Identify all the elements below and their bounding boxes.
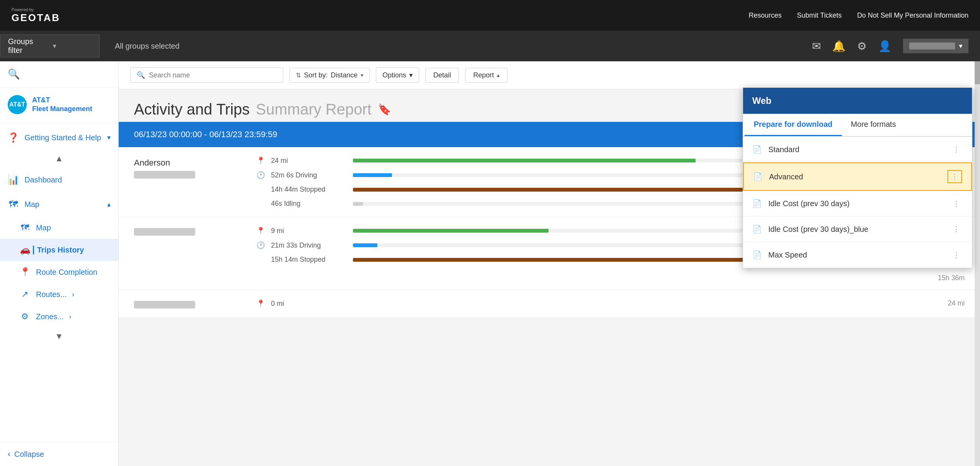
sidebar-route-completion-label: Route Completion	[36, 268, 97, 277]
groups-filter-arrow-icon: ▾	[53, 42, 91, 50]
dropdown-item-idle-cost-blue[interactable]: 📄 Idle Cost (prev 30 days)_blue ⋮	[743, 217, 972, 242]
sort-button[interactable]: ⇅ Sort by: Distance ▾	[289, 68, 370, 83]
report-label: Report	[473, 71, 494, 79]
sidebar-collapse[interactable]: ‹ Collapse	[0, 442, 118, 466]
detail-button[interactable]: Detail	[425, 68, 459, 83]
row-blurred-name	[134, 228, 195, 236]
document-icon-standard: 📄	[752, 145, 763, 154]
tab-more-formats[interactable]: More formats	[842, 114, 905, 136]
max-speed-more-icon[interactable]: ⋮	[950, 249, 963, 261]
resources-link[interactable]: Resources	[749, 11, 782, 20]
geotab-logo-wrapper: Powered by GEOTAB	[11, 7, 60, 24]
driving-bar	[353, 173, 392, 177]
sidebar-item-map[interactable]: 🗺 Map ▴	[0, 192, 118, 217]
report-title: Activity and Trips Summary Report 🔖	[134, 101, 391, 118]
row-value-3: 24 mi	[948, 299, 965, 307]
stopped-label-2: 15h 14m Stopped	[271, 256, 348, 264]
report-dropdown: Web Prepare for download More formats 📄 …	[743, 87, 972, 268]
user-dropdown[interactable]: ▾	[903, 39, 969, 53]
sidebar-item-trips-history[interactable]: 🚗 Trips History	[0, 239, 118, 261]
distance-label-2: 9 mi	[271, 227, 348, 235]
zones-arrow-icon: ›	[69, 313, 71, 321]
sidebar-scroll-down[interactable]: ▼	[0, 328, 118, 345]
document-icon-idle: 📄	[752, 199, 763, 208]
search-input[interactable]	[149, 71, 277, 79]
advanced-more-icon[interactable]: ⋮	[947, 170, 962, 183]
dropdown-item-idle-cost[interactable]: 📄 Idle Cost (prev 30 days) ⋮	[743, 191, 972, 217]
collapse-label: Collapse	[14, 450, 44, 459]
report-button[interactable]: Report ▴	[465, 68, 508, 83]
scrollbar-track[interactable]	[975, 61, 980, 466]
sidebar-search-icon[interactable]: 🔍	[8, 68, 20, 80]
sidebar-routes-label: Routes...	[36, 290, 67, 299]
idle-blue-more-icon[interactable]: ⋮	[950, 223, 963, 235]
dropdown-item-advanced[interactable]: 📄 Advanced ⋮	[743, 162, 972, 191]
bookmark-icon[interactable]: 🔖	[378, 103, 391, 116]
do-not-sell-link[interactable]: Do Not Sell My Personal Information	[857, 11, 969, 20]
gear-icon[interactable]: ⚙	[857, 40, 867, 53]
sidebar-item-zones[interactable]: ⚙ Zones... ›	[0, 305, 118, 328]
driving-label: 52m 6s Driving	[271, 171, 348, 179]
options-label: Options	[382, 71, 406, 79]
mail-icon[interactable]: ✉	[812, 40, 821, 53]
dropdown-header: Web	[743, 88, 972, 114]
tab-prepare-download[interactable]: Prepare for download	[745, 114, 842, 136]
map-sub-icon: 🗺	[19, 223, 31, 233]
getting-started-arrow-icon: ▾	[107, 133, 111, 142]
sidebar-map-sub-label: Map	[36, 223, 51, 232]
row-name-blurred-area-3	[134, 298, 249, 310]
sort-by-label: Sort by:	[304, 71, 328, 79]
sidebar-scroll-up[interactable]: ▲	[0, 150, 118, 167]
pin-icon-3: 📍	[256, 299, 266, 308]
driving-label-2: 21m 33s Driving	[271, 241, 348, 249]
bell-icon[interactable]: 🔔	[832, 40, 846, 53]
idle-cost-blue-label: Idle Cost (prev 30 days)_blue	[768, 225, 944, 234]
content-area: 🔍 ⇅ Sort by: Distance ▾ Options ▾ Detail…	[119, 61, 980, 466]
sidebar-dashboard-label: Dashboard	[24, 176, 111, 184]
advanced-label: Advanced	[769, 172, 942, 181]
stopped-bar-2	[353, 258, 793, 262]
sidebar-item-routes[interactable]: ↗ Routes... ›	[0, 283, 118, 305]
idle-more-icon[interactable]: ⋮	[950, 198, 963, 209]
sidebar-trips-history-label: Trips History	[33, 246, 84, 254]
user-icon[interactable]: 👤	[878, 40, 892, 53]
dashboard-icon: 📊	[8, 174, 19, 185]
user-name-blurred	[909, 43, 955, 49]
clock-icon-2: 🕐	[256, 241, 266, 249]
sidebar-item-getting-started[interactable]: ❓ Getting Started & Help ▾	[0, 125, 118, 150]
sidebar-map-label: Map	[24, 200, 102, 209]
options-button[interactable]: Options ▾	[376, 67, 419, 83]
idling-label: 46s Idling	[271, 200, 348, 208]
dropdown-item-max-speed[interactable]: 📄 Max Speed ⋮	[743, 242, 972, 268]
sidebar-item-dashboard[interactable]: 📊 Dashboard	[0, 167, 118, 192]
sidebar-item-route-completion[interactable]: 📍 Route Completion	[0, 261, 118, 283]
driving-bar-2	[353, 243, 377, 247]
scrollbar-thumb[interactable]	[975, 61, 980, 84]
idle-cost-label: Idle Cost (prev 30 days)	[768, 199, 944, 208]
row-value-2c: 15h 36m	[938, 274, 965, 282]
row-blurred-name-3	[134, 301, 195, 308]
report-title-sub: Summary Report	[256, 101, 371, 118]
report-arrow-icon: ▴	[497, 72, 500, 78]
standard-more-icon[interactable]: ⋮	[950, 144, 963, 155]
table-row: 📍 0 mi 24 mi	[119, 290, 980, 318]
row-name-blurred-area	[134, 225, 249, 282]
logo-area: Powered by GEOTAB	[11, 7, 60, 24]
submit-tickets-link[interactable]: Submit Tickets	[797, 11, 842, 20]
sidebar-item-map-sub[interactable]: 🗺 Map	[0, 217, 118, 239]
groups-filter-dropdown[interactable]: Groups filter ▾	[0, 34, 100, 57]
map-arrow-icon: ▴	[107, 200, 111, 208]
routes-arrow-icon: ›	[72, 290, 74, 299]
top-nav-links: Resources Submit Tickets Do Not Sell My …	[749, 11, 969, 20]
report-title-main: Activity and Trips	[134, 101, 250, 118]
all-groups-text: All groups selected	[115, 42, 180, 51]
pin-icon-2: 📍	[256, 226, 266, 235]
top-right-icons: ✉ 🔔 ⚙ 👤 ▾	[812, 39, 980, 53]
row-name-blurred	[134, 171, 195, 179]
stopped-label: 14h 44m Stopped	[271, 185, 348, 194]
dropdown-tabs: Prepare for download More formats	[743, 114, 972, 137]
dropdown-item-standard[interactable]: 📄 Standard ⋮	[743, 137, 972, 162]
brand-name: GEOTAB	[11, 12, 60, 24]
search-box[interactable]: 🔍	[130, 67, 283, 83]
document-icon-advanced: 📄	[753, 172, 764, 181]
